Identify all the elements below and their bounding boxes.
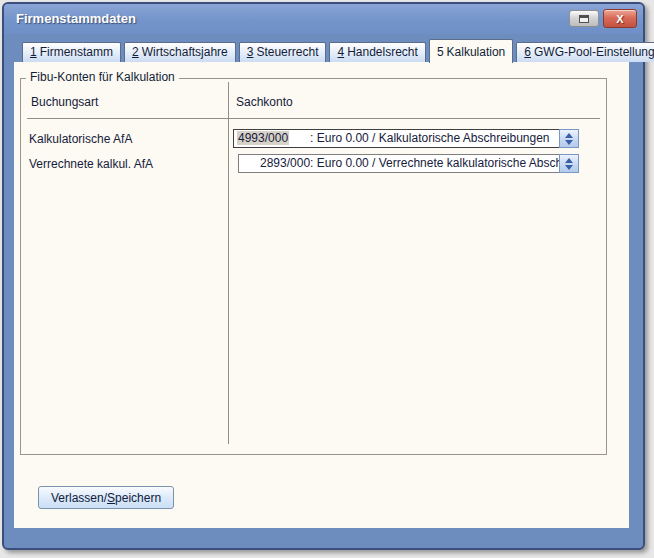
header-separator [27,118,600,119]
window-title: Firmenstammdaten [16,11,136,26]
account-description: : Euro 0.00 / Kalkulatorische Abschreibu… [310,131,549,145]
button-label-prefix: Verlassen/ [51,491,107,505]
firmenstammdaten-window: Firmenstammdaten X 1Firmenstamm 2Wirtsch… [2,2,645,550]
spinner-button[interactable] [559,154,579,173]
tab-accel: 3 [247,45,254,59]
restore-button[interactable] [569,10,599,27]
tab-accel: 2 [132,45,139,59]
spinner-up-icon [565,133,573,138]
combo-value-field[interactable]: 2893/000: Euro 0.00 / Verrechnete kalkul… [238,154,559,173]
tab-accel: 1 [30,45,37,59]
tab-label: Firmenstamm [40,45,113,59]
spinner-up-icon [565,158,573,163]
tab-wirtschaftsjahre[interactable]: 2Wirtschaftsjahre [124,42,236,62]
tab-accel: 4 [337,45,344,59]
verlassen-speichern-button[interactable]: Verlassen/Speichern [38,486,174,509]
tab-label: Steuerrecht [256,45,318,59]
tab-label: Kalkulation [447,45,506,59]
combo-value-field[interactable]: 4993/000: Euro 0.00 / Kalkulatorische Ab… [233,129,559,148]
column-divider [228,82,229,444]
tab-gwg-pool-einstellungen[interactable]: 6GWG-Pool-Einstellungen [516,42,654,62]
close-icon: X [616,13,623,25]
spinner-down-icon [565,140,573,145]
account-value: 2893/000: Euro 0.00 / Verrechnete kalkul… [260,156,559,170]
titlebar[interactable]: Firmenstammdaten [4,4,643,34]
button-accel: S [107,491,115,505]
tab-accel: 5 [437,45,444,59]
tab-strip: 1Firmenstamm 2Wirtschaftsjahre 3Steuerre… [22,44,654,62]
spinner-down-icon [565,165,573,170]
tab-accel: 6 [524,45,531,59]
close-button[interactable]: X [603,9,637,28]
tab-label: Wirtschaftsjahre [142,45,228,59]
button-label-suffix: peichern [115,491,161,505]
tab-handelsrecht[interactable]: 4Handelsrecht [329,42,425,62]
column-header-sachkonto: Sachkonto [236,95,293,109]
tab-page-kalkulation: Fibu-Konten für Kalkulation Buchungsart … [14,62,629,528]
row-label-verrechnete-kalkul-afa: Verrechnete kalkul. AfA [29,157,153,171]
tab-label: Handelsrecht [347,45,418,59]
row-label-kalkulatorische-afa: Kalkulatorische AfA [29,132,132,146]
tab-kalkulation[interactable]: 5Kalkulation [429,39,513,63]
groupbox-fibu-konten: Fibu-Konten für Kalkulation Buchungsart … [20,78,607,455]
tab-steuerrecht[interactable]: 3Steuerrecht [239,42,327,62]
account-number-selected: 4993/000 [237,131,289,145]
sachkonto-combo-verrechnete-afa: 2893/000: Euro 0.00 / Verrechnete kalkul… [238,154,579,173]
tab-label: GWG-Pool-Einstellungen [534,45,654,59]
sachkonto-combo-kalkulatorische-afa: 4993/000: Euro 0.00 / Kalkulatorische Ab… [233,129,579,148]
tab-firmenstamm[interactable]: 1Firmenstamm [22,42,121,62]
groupbox-title: Fibu-Konten für Kalkulation [26,70,179,84]
spinner-button[interactable] [559,129,579,148]
maximize-icon [579,15,589,23]
column-header-buchungsart: Buchungsart [31,95,98,109]
